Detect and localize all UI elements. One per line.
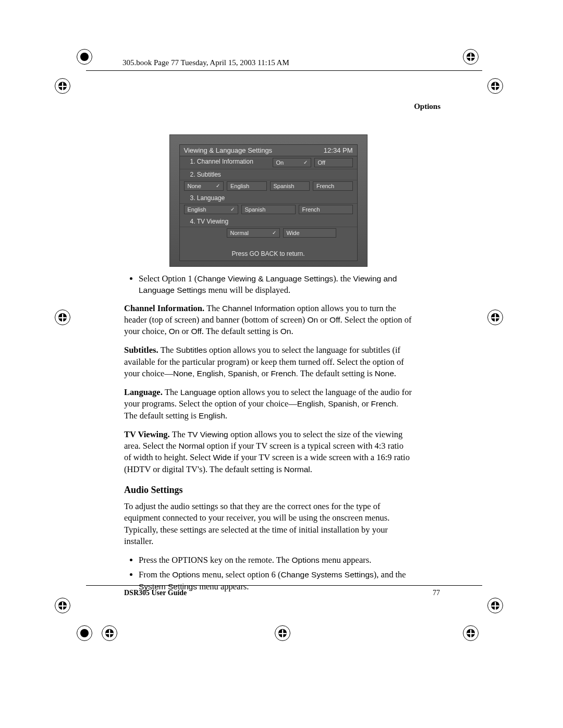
reg-mark-icon: [463, 625, 479, 641]
option-spanish: Spanish: [270, 181, 310, 191]
reg-mark-icon: [55, 598, 70, 613]
footer-page-number: 77: [433, 589, 440, 597]
option-french: French: [313, 181, 353, 191]
option-normal: Normal: [227, 228, 280, 238]
paragraph-channel-information: Channel Information. The Channel Informa…: [124, 303, 412, 338]
option-wide: Wide: [283, 228, 336, 238]
footer-guide-name: DSR305 User Guide: [124, 589, 187, 597]
reg-mark-icon: [487, 598, 503, 613]
paragraph-tv-viewing: TV Viewing. The TV Viewing option allows…: [124, 429, 412, 475]
option-on: On: [273, 158, 311, 167]
option-none: None: [184, 181, 224, 191]
reg-mark-icon: [102, 625, 117, 641]
bullet-press-options: Press the OPTIONS key on the remote. The…: [139, 554, 412, 566]
menu-item-language: 3. Language: [180, 193, 357, 204]
heading-audio-settings: Audio Settings: [124, 485, 412, 496]
menu-item-subtitles: 2. Subtitles: [180, 169, 357, 180]
option-french: French: [299, 205, 353, 214]
reg-mark-icon: [463, 49, 479, 65]
paragraph-subtitles: Subtitles. The Subtitles option allows y…: [124, 344, 412, 379]
book-stamp: 305.book Page 77 Tuesday, April 15, 2003…: [123, 58, 289, 67]
option-english: English: [227, 181, 267, 191]
option-off: Off: [314, 158, 353, 167]
menu-title: Viewing & Language Settings: [184, 146, 273, 154]
reg-mark-icon: [55, 310, 70, 325]
section-heading: Options: [414, 102, 440, 111]
bullet-select-option-1: Select Option 1 (Change Viewing & Langua…: [139, 273, 412, 297]
page-content: Viewing & Language Settings 12:34 PM 1. …: [124, 134, 412, 599]
option-spanish: Spanish: [241, 205, 296, 214]
reg-mark-icon: [55, 78, 70, 94]
reg-mark-icon: [77, 625, 92, 641]
reg-mark-icon: [487, 78, 503, 94]
menu-item-channel-info: 1. Channel Information: [190, 158, 270, 167]
paragraph-audio-intro: To adjust the audio settings so that the…: [124, 501, 412, 547]
menu-footer-hint: Press GO BACK to return.: [180, 247, 357, 261]
menu-time: 12:34 PM: [324, 146, 353, 154]
paragraph-language: Language. The Language option allows you…: [124, 387, 412, 422]
reg-mark-icon: [487, 310, 503, 325]
option-english: English: [184, 205, 238, 214]
crop-border-top: [86, 70, 482, 71]
settings-menu-screenshot: Viewing & Language Settings 12:34 PM 1. …: [169, 134, 368, 267]
menu-item-tv-viewing: 4. TV Viewing: [180, 216, 357, 227]
reg-mark-icon: [275, 625, 290, 641]
reg-mark-icon: [77, 49, 92, 65]
